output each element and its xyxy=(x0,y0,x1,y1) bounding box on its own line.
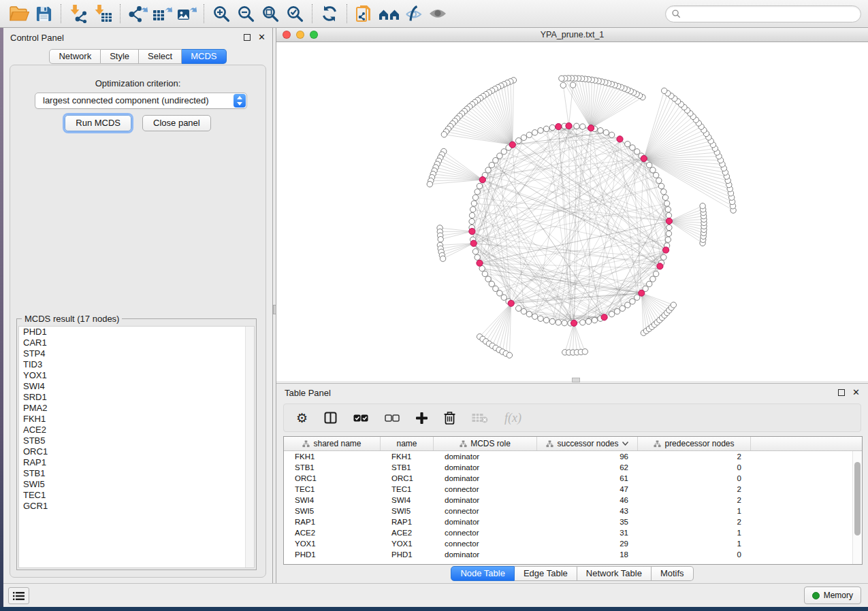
result-node[interactable]: SRD1 xyxy=(19,392,254,403)
table-row[interactable]: SWI5SWI5connector431 xyxy=(284,506,862,516)
tab-network[interactable]: Network xyxy=(49,49,101,64)
result-node[interactable]: STB1 xyxy=(19,468,254,479)
table-row[interactable]: TEC1TEC1connector472 xyxy=(284,484,862,495)
save-session-button[interactable] xyxy=(31,3,56,24)
export-table-button[interactable] xyxy=(150,3,174,24)
zoom-out-button[interactable] xyxy=(234,3,258,24)
toolbar-separator xyxy=(61,4,61,23)
zoom-selected-button[interactable] xyxy=(283,3,307,24)
table-tabs: Node TableEdge TableNetwork TableMotifs xyxy=(451,566,693,581)
result-node[interactable]: GCR1 xyxy=(19,501,254,512)
memory-button[interactable]: Memory xyxy=(804,587,861,604)
column-header-successor-nodes[interactable]: successor nodes xyxy=(537,437,638,450)
cell: TEC1 xyxy=(381,485,434,493)
cell: dominator xyxy=(434,474,537,482)
table-close-icon[interactable]: ✕ xyxy=(852,389,860,396)
result-node[interactable]: ORC1 xyxy=(19,446,254,457)
cell: STB1 xyxy=(284,463,381,472)
tab-select[interactable]: Select xyxy=(139,49,182,64)
column-header-name[interactable]: name xyxy=(381,437,434,450)
result-node[interactable]: SWI5 xyxy=(19,479,254,490)
split-columns-button[interactable] xyxy=(324,412,337,424)
cell: 31 xyxy=(537,529,638,537)
function-builder-button: f(x) xyxy=(504,411,521,425)
export-image-button[interactable] xyxy=(174,3,199,24)
import-table-button[interactable] xyxy=(91,3,115,24)
table-scrollbar[interactable] xyxy=(852,451,862,564)
cell: dominator xyxy=(434,496,537,504)
add-column-button[interactable] xyxy=(416,412,428,424)
open-file-button[interactable] xyxy=(7,3,31,24)
new-network-from-selection-button[interactable] xyxy=(352,3,376,24)
minimize-window-icon[interactable] xyxy=(296,31,304,39)
mcds-result-list[interactable]: PHD1CAR1STP4TID3YOX1SWI4SRD1PMA2FKH1ACE2… xyxy=(18,326,255,568)
toolbar-separator xyxy=(120,4,120,23)
table-row[interactable]: STB1STB1dominator620 xyxy=(284,462,862,473)
network-window-titlebar[interactable]: YPA_prune.txt_1 xyxy=(276,28,868,42)
result-node[interactable]: STB5 xyxy=(19,435,254,446)
column-header-predecessor-nodes[interactable]: predecessor nodes xyxy=(638,437,751,450)
table-row[interactable]: YOX1YOX1connector291 xyxy=(284,538,862,549)
result-node[interactable]: SWI4 xyxy=(19,381,254,392)
network-graph[interactable] xyxy=(276,42,868,381)
result-node[interactable]: STP4 xyxy=(19,348,254,359)
result-node[interactable]: PHD1 xyxy=(19,327,254,337)
result-node[interactable]: YOX1 xyxy=(19,370,254,381)
hide-selected-button[interactable] xyxy=(401,3,425,24)
cell: PHD1 xyxy=(284,550,381,559)
import-network-button[interactable] xyxy=(66,3,91,24)
result-node[interactable]: TEC1 xyxy=(19,490,254,501)
table-float-icon[interactable] xyxy=(838,389,845,396)
tab-network-table[interactable]: Network Table xyxy=(577,566,652,581)
result-node[interactable]: TID3 xyxy=(19,359,254,370)
maximize-window-icon[interactable] xyxy=(310,31,318,39)
column-header-shared-name[interactable]: shared name xyxy=(284,437,381,450)
table-row[interactable]: ACE2ACE2connector311 xyxy=(284,527,862,538)
tab-style[interactable]: Style xyxy=(101,49,139,64)
node-table[interactable]: shared namenameMCDS rolesuccessor nodesp… xyxy=(283,436,863,565)
search-box[interactable] xyxy=(665,5,861,22)
result-node[interactable]: FKH1 xyxy=(19,414,254,425)
result-node[interactable]: ACE2 xyxy=(19,425,254,435)
close-window-icon[interactable] xyxy=(283,31,291,39)
select-all-button[interactable] xyxy=(353,414,368,422)
zoom-in-button[interactable] xyxy=(209,3,234,24)
table-row[interactable]: ORC1ORC1dominator610 xyxy=(284,473,862,484)
column-header-MCDS-role[interactable]: MCDS role xyxy=(434,437,537,450)
tab-mcds[interactable]: MCDS xyxy=(182,49,226,64)
close-panel-icon[interactable]: ✕ xyxy=(258,34,266,41)
search-input[interactable] xyxy=(684,9,854,18)
cell: 0 xyxy=(638,474,751,482)
export-network-button[interactable] xyxy=(125,3,150,24)
delete-column-button[interactable] xyxy=(444,411,455,425)
network-canvas[interactable] xyxy=(276,42,868,381)
tab-edge-table[interactable]: Edge Table xyxy=(515,566,577,581)
horizontal-splitter-grip[interactable] xyxy=(572,378,580,382)
gear-icon: ⚙ xyxy=(296,412,308,425)
table-row[interactable]: PHD1PHD1dominator180 xyxy=(284,549,862,560)
scrollbar-thumb[interactable] xyxy=(854,462,861,535)
tab-node-table[interactable]: Node Table xyxy=(451,566,515,581)
first-neighbors-button[interactable] xyxy=(376,3,401,24)
task-history-button[interactable] xyxy=(8,587,29,604)
tab-motifs[interactable]: Motifs xyxy=(652,566,694,581)
float-panel-icon[interactable] xyxy=(244,34,251,41)
zoom-fit-button[interactable] xyxy=(258,3,283,24)
cell: 1 xyxy=(638,529,751,537)
criterion-select[interactable]: largest connected component (undirected) xyxy=(35,93,247,109)
result-node[interactable]: CAR1 xyxy=(19,337,254,348)
refresh-button[interactable] xyxy=(317,3,342,24)
clear-selection-button[interactable] xyxy=(385,414,400,422)
result-node[interactable]: PMA2 xyxy=(19,403,254,414)
close-panel-button[interactable]: Close panel xyxy=(142,115,211,131)
table-row[interactable]: SWI4SWI4dominator462 xyxy=(284,495,862,506)
run-mcds-button[interactable]: Run MCDS xyxy=(65,115,131,131)
delete-table-icon xyxy=(472,413,488,423)
settings-button[interactable]: ⚙ xyxy=(296,412,308,425)
result-node[interactable]: RAP1 xyxy=(19,457,254,468)
result-scrollbar[interactable] xyxy=(245,327,254,567)
column-type-icon xyxy=(302,440,310,448)
table-row[interactable]: FKH1FKH1dominator962 xyxy=(284,451,862,462)
table-row[interactable]: RAP1RAP1dominator352 xyxy=(284,516,862,527)
show-all-button[interactable] xyxy=(425,3,450,24)
